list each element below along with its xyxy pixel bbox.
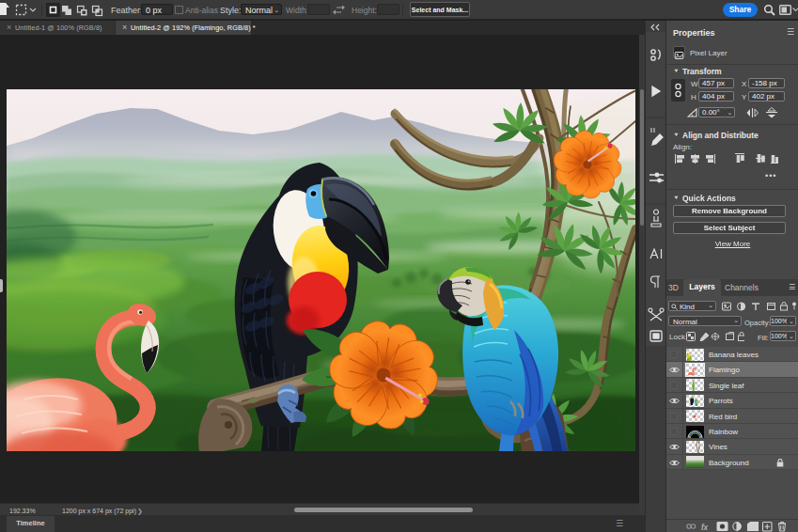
- svg-text:fx: fx: [701, 523, 709, 532]
